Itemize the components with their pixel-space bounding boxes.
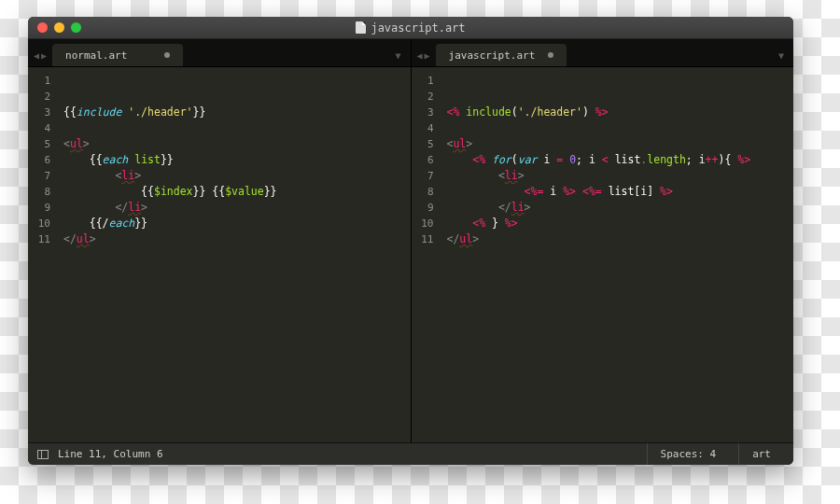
tab-dropdown-icon[interactable]: ▼ [395, 50, 410, 66]
tab-normal-art[interactable]: normal.art [52, 44, 183, 66]
back-icon[interactable]: ◀ [34, 50, 39, 61]
close-icon[interactable] [37, 22, 48, 33]
nav-arrows: ◀ ▶ [417, 50, 436, 66]
gutter: 1234567891011 [412, 67, 441, 442]
tab-label: normal.art [65, 49, 127, 62]
status-bar: Line 11, Column 6 Spaces: 4 art [28, 442, 793, 465]
split-panes: ◀ ▶ normal.art ▼ 1234567891011 {{include… [28, 39, 793, 442]
modified-indicator-icon [164, 52, 170, 58]
right-pane: ◀ ▶ javascript.art ▼ 1234567891011 <% in… [412, 39, 794, 442]
tab-bar: ◀ ▶ normal.art ▼ [28, 39, 411, 67]
tab-bar: ◀ ▶ javascript.art ▼ [412, 39, 794, 67]
file-icon [356, 21, 366, 34]
code-area[interactable]: <% include('./header') %> <ul> <% for(va… [441, 67, 794, 442]
minimize-icon[interactable] [54, 22, 64, 33]
titlebar[interactable]: javascript.art [28, 17, 793, 39]
code-area[interactable]: {{include './header'}} <ul> {{each list}… [58, 67, 411, 442]
tab-dropdown-icon[interactable]: ▼ [778, 50, 793, 66]
panel-icon[interactable] [37, 450, 49, 459]
editor-window: javascript.art ◀ ▶ normal.art ▼ 12345678… [28, 17, 793, 465]
title-text: javascript.art [371, 21, 465, 35]
indent-setting[interactable]: Spaces: 4 [647, 443, 730, 465]
forward-icon[interactable]: ▶ [41, 50, 47, 61]
traffic-lights [37, 22, 81, 33]
window-title: javascript.art [356, 21, 465, 35]
editor-right[interactable]: 1234567891011 <% include('./header') %> … [412, 67, 794, 442]
forward-icon[interactable]: ▶ [425, 50, 430, 61]
editor-left[interactable]: 1234567891011 {{include './header'}} <ul… [28, 67, 411, 442]
modified-indicator-icon [548, 52, 553, 58]
maximize-icon[interactable] [71, 22, 81, 33]
syntax-setting[interactable]: art [738, 443, 784, 465]
cursor-position[interactable]: Line 11, Column 6 [58, 448, 163, 460]
tab-javascript-art[interactable]: javascript.art [436, 44, 567, 66]
tab-label: javascript.art [449, 49, 536, 62]
back-icon[interactable]: ◀ [417, 50, 423, 61]
left-pane: ◀ ▶ normal.art ▼ 1234567891011 {{include… [28, 39, 412, 442]
gutter: 1234567891011 [28, 67, 58, 442]
nav-arrows: ◀ ▶ [34, 50, 52, 66]
